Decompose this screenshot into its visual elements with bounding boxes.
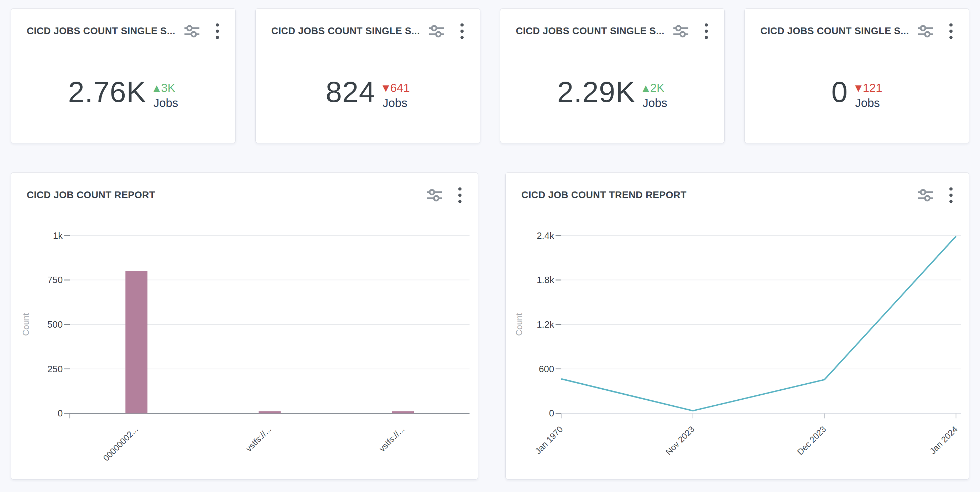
y-tick-label: 1k: [53, 231, 63, 241]
kpi-card: CICD JOBS COUNT SINGLE S...: [744, 8, 969, 143]
kpi-side: ▼121 Jobs: [855, 82, 883, 109]
kebab-menu-icon[interactable]: [460, 23, 464, 40]
card-header: CICD JOBS COUNT SINGLE S...: [500, 8, 725, 40]
line-chart-canvas[interactable]: 06001.2k1.8k2.4kCountJan 1970Nov 2023Dec…: [506, 173, 969, 479]
card-header: CICD JOBS COUNT SINGLE S...: [745, 8, 969, 40]
header-icons: [673, 23, 708, 40]
kpi-content: 2.76K ▲3K Jobs: [11, 77, 235, 109]
kpi-card: CICD JOBS COUNT SINGLE S...: [500, 8, 725, 143]
kpi-side: ▲3K Jobs: [153, 82, 178, 109]
kpi-value: 2.76K: [68, 77, 146, 107]
kpi-value: 824: [326, 77, 375, 107]
filter-sliders-glyph: [918, 25, 933, 38]
kpi-side: ▼641 Jobs: [382, 82, 410, 109]
card-title: CICD JOBS COUNT SINGLE S...: [760, 26, 909, 37]
x-tick-label: Jan 2024: [928, 424, 959, 456]
header-icons: [429, 23, 464, 40]
bar-chart-card: 02505007501kCount00000002...vstfs://...v…: [11, 172, 478, 479]
kpi-delta: ▲3K: [153, 82, 175, 94]
bar[interactable]: [392, 411, 414, 413]
filter-sliders-icon[interactable]: [918, 25, 933, 38]
y-tick-label: 1.2k: [537, 319, 554, 329]
kebab-menu-glyph: [949, 23, 953, 40]
chart-row: 02505007501kCount00000002...vstfs://...v…: [0, 172, 980, 479]
delta-arrow-icon: ▼: [855, 84, 861, 92]
kpi-delta-value: 3K: [161, 82, 175, 94]
kpi-delta-value: 2K: [650, 82, 665, 94]
kpi-content: 0 ▼121 Jobs: [745, 77, 969, 109]
kpi-content: 824 ▼641 Jobs: [256, 77, 480, 109]
y-tick-label: 750: [47, 275, 63, 285]
kebab-menu-icon[interactable]: [949, 23, 953, 40]
kebab-menu-icon[interactable]: [705, 23, 708, 40]
kpi-content: 2.29K ▲2K Jobs: [500, 77, 725, 109]
delta-arrow-icon: ▼: [382, 84, 389, 92]
kpi-card: CICD JOBS COUNT SINGLE S...: [255, 8, 480, 143]
filter-sliders-icon[interactable]: [429, 25, 444, 38]
bar-chart-canvas[interactable]: 02505007501kCount00000002...vstfs://...v…: [11, 173, 478, 479]
bar[interactable]: [125, 271, 148, 413]
card-title: CICD JOBS COUNT SINGLE S...: [271, 26, 420, 37]
line-chart-card: 06001.2k1.8k2.4kCountJan 1970Nov 2023Dec…: [505, 172, 969, 479]
kpi-unit: Jobs: [153, 97, 178, 109]
kpi-card: CICD JOBS COUNT SINGLE S...: [11, 8, 236, 143]
header-icons: [918, 23, 953, 40]
x-tick-label: vstfs://...: [244, 424, 273, 454]
x-tick-label: Jan 1970: [533, 424, 565, 456]
delta-arrow-icon: ▲: [643, 84, 649, 92]
y-tick-label: 2.4k: [537, 231, 554, 241]
x-tick-label: Nov 2023: [664, 424, 697, 457]
card-title: CICD JOBS COUNT SINGLE S...: [516, 26, 665, 37]
kpi-delta: ▼121: [855, 82, 883, 94]
kpi-value: 2.29K: [557, 77, 635, 107]
kpi-unit: Jobs: [382, 97, 407, 109]
card-header: CICD JOBS COUNT SINGLE S...: [256, 8, 480, 40]
card-title: CICD JOBS COUNT SINGLE S...: [27, 26, 175, 37]
kebab-menu-glyph: [215, 23, 220, 40]
bar[interactable]: [259, 411, 281, 413]
kpi-delta: ▼641: [382, 82, 410, 94]
kebab-menu-glyph: [460, 23, 464, 40]
kpi-delta-value: 121: [863, 82, 883, 94]
kpi-delta-value: 641: [390, 82, 410, 94]
delta-arrow-icon: ▲: [153, 84, 160, 92]
y-tick-label: 1.8k: [537, 275, 554, 285]
kpi-side: ▲2K Jobs: [643, 82, 667, 109]
y-axis-title: Count: [21, 313, 30, 336]
filter-sliders-icon[interactable]: [673, 25, 689, 38]
kpi-delta: ▲2K: [643, 82, 665, 94]
kpi-row: CICD JOBS COUNT SINGLE S...: [0, 8, 980, 143]
y-tick-label: 250: [47, 364, 63, 374]
filter-sliders-glyph: [429, 25, 444, 38]
y-tick-label: 0: [58, 408, 63, 418]
y-axis-title: Count: [514, 313, 524, 336]
filter-sliders-icon[interactable]: [184, 25, 200, 38]
kpi-unit: Jobs: [643, 97, 667, 109]
kebab-menu-icon[interactable]: [215, 23, 220, 40]
filter-sliders-glyph: [184, 25, 200, 38]
y-tick-label: 0: [549, 408, 554, 418]
filter-sliders-glyph: [673, 25, 689, 38]
x-tick-label: vstfs://...: [377, 424, 406, 454]
trend-line[interactable]: [561, 236, 956, 411]
x-tick-label: Dec 2023: [795, 424, 828, 457]
card-header: CICD JOBS COUNT SINGLE S...: [11, 8, 235, 40]
kpi-value: 0: [832, 77, 848, 107]
x-tick-label: 00000002...: [101, 424, 140, 463]
kpi-unit: Jobs: [855, 97, 880, 109]
y-tick-label: 600: [539, 364, 554, 374]
header-icons: [184, 23, 220, 40]
y-tick-label: 500: [47, 319, 63, 329]
kebab-menu-glyph: [705, 23, 708, 40]
